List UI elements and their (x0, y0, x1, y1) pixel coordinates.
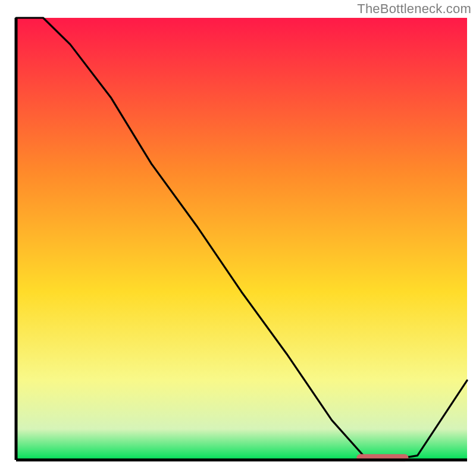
bottleneck-chart (0, 0, 476, 476)
chart-container: TheBottleneck.com (0, 0, 476, 476)
gradient-background (16, 18, 467, 460)
plot-area (16, 18, 467, 461)
